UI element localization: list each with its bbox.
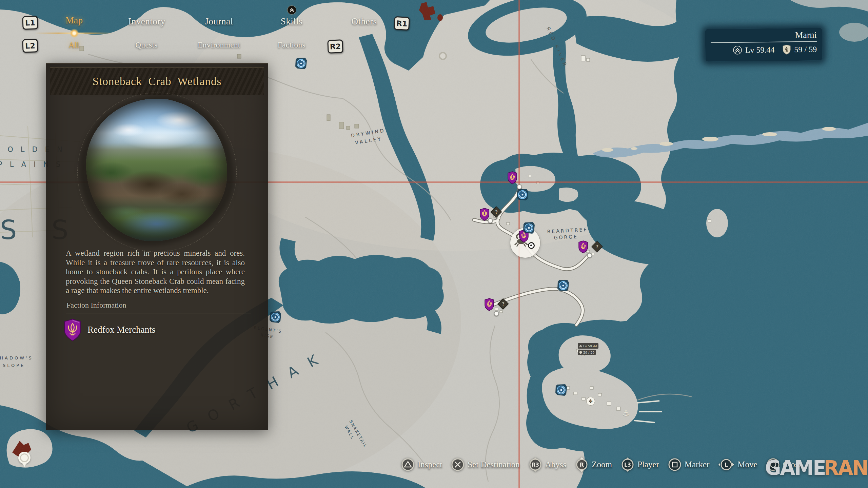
right-stick-icon: R [575,457,589,472]
l2-button[interactable]: L2 [22,39,38,53]
town-dot-marker[interactable] [517,184,522,190]
waypoint-marker[interactable] [295,57,308,71]
faction-shield-marker[interactable] [578,240,588,255]
watermark-game: GAME [765,456,825,480]
divider [711,41,817,43]
gamerant-watermark: GAMERANT [765,456,868,480]
waypoint-marker[interactable] [516,188,529,202]
controller-hint-bar: Inspect Set Destination R3 Abyss R Zoom … [401,457,802,472]
r2-button[interactable]: R2 [327,39,343,54]
divider [66,347,251,347]
faction-info-header: Faction Information [66,301,126,310]
town-dot-marker[interactable] [488,218,493,223]
l3-button-icon: L3 [621,457,634,472]
player-hp: 59 / 59 [794,45,817,54]
subtab-all[interactable]: All [69,41,79,50]
skill-points-badge-icon [287,5,296,15]
svg-text:R3: R3 [532,462,539,468]
cross-button-icon [451,458,465,471]
triangle-button-icon [401,458,415,471]
faction-shield-marker[interactable] [484,298,494,312]
hp-shield-icon [782,44,791,55]
faction-name[interactable]: Redfox Merchants [87,325,155,335]
player-info-card: Marni Lv 59.44 59 / 59 [705,28,823,62]
hint-zoom[interactable]: R Zoom [575,457,612,472]
town-dot-marker[interactable] [494,311,499,316]
city-landmark-icon[interactable]: ✤ [586,397,595,406]
hint-marker[interactable]: Marker [668,458,710,471]
map-pin-marker[interactable] [18,452,31,464]
destination-node-icon [528,242,535,249]
redfox-merchants-shield-icon [63,318,82,341]
r3-button-icon: R3 [529,457,542,472]
tab-inventory[interactable]: Inventory [128,16,165,27]
game-map-screen: GOLDEN PLAINS S S DRYWIND VALLEY RED RIV… [0,0,868,488]
svg-text:R: R [580,462,584,468]
hint-abyss[interactable]: R3 Abyss [529,457,567,472]
hint-move[interactable]: L Move [718,458,757,471]
map-player-level-tag: Lv 59.44 [578,343,598,349]
location-description: A wetland region rich in precious minera… [66,249,245,295]
level-mini-icon [579,345,582,348]
waypoint-marker[interactable] [522,221,535,236]
town-dot-marker[interactable] [587,253,592,258]
left-stick-icon: L [718,458,734,471]
panel-title-band: Stoneback Crab Wetlands [50,67,264,95]
square-button-icon [668,458,682,471]
player-name: Marni [711,30,817,41]
waypoint-marker[interactable] [555,384,568,398]
tab-map[interactable]: Map [66,15,83,26]
location-photo [86,99,227,241]
faction-shield-marker[interactable] [507,171,517,186]
location-info-panel: Stoneback Crab Wetlands A wetland region… [46,63,268,430]
tab-skills[interactable]: Skills [281,16,303,27]
r1-button[interactable]: R1 [394,16,410,31]
anchor-icon: ⚓ [623,409,629,417]
tab-journal[interactable]: Journal [205,16,233,27]
hint-inspect[interactable]: Inspect [401,458,442,471]
level-icon [733,45,742,55]
waypoint-marker[interactable] [557,279,570,293]
svg-text:L: L [725,462,728,468]
svg-text:L3: L3 [624,462,631,468]
hint-set-destination[interactable]: Set Destination [451,458,519,471]
subtab-factions[interactable]: Factions [278,41,305,50]
subtab-environment[interactable]: Environment [198,41,240,50]
map-player-hp-tag: 59 / 59 [578,350,596,355]
tab-others[interactable]: Others [352,16,377,27]
shield-mini-icon [579,351,582,354]
l1-button[interactable]: L1 [22,16,38,30]
location-title: Stoneback Crab Wetlands [93,75,222,88]
hint-player[interactable]: L3 Player [621,457,659,472]
subtab-quests[interactable]: Quests [135,41,158,50]
watermark-rant: RANT [824,456,868,480]
player-level: Lv 59.44 [745,45,775,55]
waypoint-marker[interactable] [269,311,282,325]
divider [66,313,251,313]
active-tab-glow-dot [70,28,79,38]
arena-ring-icon[interactable] [439,52,447,60]
